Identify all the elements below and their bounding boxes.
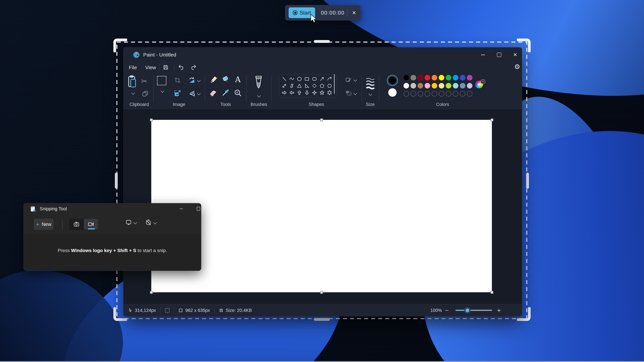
- empty-color-slot[interactable]: [418, 91, 423, 96]
- color1-selected[interactable]: [387, 75, 398, 86]
- rotate-dropdown-chevron[interactable]: [197, 78, 200, 82]
- cancel-recording-button[interactable]: ✕: [351, 10, 357, 16]
- paint-titlebar[interactable]: Paint - Untitled ✕: [124, 47, 522, 62]
- text-tool[interactable]: A: [234, 75, 242, 84]
- color-swatch[interactable]: [410, 75, 416, 80]
- empty-color-slot[interactable]: [446, 91, 451, 96]
- snip-mode-dropdown[interactable]: [125, 219, 136, 226]
- pencil-tool[interactable]: [210, 76, 218, 84]
- shape-pentagon-icon[interactable]: [318, 82, 326, 89]
- canvas-resize-handle-se[interactable]: [490, 291, 494, 294]
- brushes-button[interactable]: [255, 75, 263, 97]
- record-mode-button[interactable]: [84, 219, 98, 230]
- shape-five-point-star-icon[interactable]: [318, 89, 326, 96]
- paint-canvas[interactable]: [151, 120, 492, 292]
- empty-color-slot[interactable]: [432, 91, 437, 96]
- color-swatch[interactable]: [404, 83, 409, 88]
- rotate-button[interactable]: [188, 77, 200, 84]
- canvas-resize-handle-n[interactable]: [320, 118, 323, 121]
- shapes-scrollbar[interactable]: [334, 74, 335, 94]
- crop-button[interactable]: [174, 77, 181, 84]
- fill-tool[interactable]: [221, 76, 230, 84]
- save-button[interactable]: [161, 63, 170, 71]
- size-dropdown-chevron[interactable]: [368, 92, 372, 96]
- canvas-resize-handle-ne[interactable]: [490, 118, 494, 121]
- new-snip-button[interactable]: + New: [34, 219, 54, 230]
- shape-triangle-icon[interactable]: [296, 82, 303, 89]
- canvas-resize-handle-sw[interactable]: [150, 291, 153, 294]
- color-swatch[interactable]: [432, 75, 437, 80]
- shape-six-point-star-icon[interactable]: [326, 89, 334, 96]
- recording-region-top-handle[interactable]: [314, 40, 330, 43]
- color-swatch[interactable]: [432, 83, 437, 88]
- minimize-button[interactable]: [478, 51, 488, 59]
- color-swatch[interactable]: [418, 75, 423, 80]
- color-swatch[interactable]: [467, 75, 472, 80]
- screenshot-mode-button[interactable]: [70, 219, 84, 230]
- shape-four-point-star-icon[interactable]: [311, 89, 318, 96]
- cut-button[interactable]: ✂: [141, 77, 148, 85]
- undo-button[interactable]: [177, 63, 186, 71]
- color2-swatch[interactable]: [388, 88, 397, 97]
- snipping-titlebar[interactable]: Snipping Tool ✕: [24, 203, 201, 214]
- eraser-tool[interactable]: [209, 89, 218, 97]
- shape-rounded-rectangle-icon[interactable]: [311, 75, 318, 82]
- empty-color-slot[interactable]: [410, 91, 416, 96]
- color-swatch[interactable]: [404, 75, 409, 80]
- shape-oval-icon[interactable]: [296, 75, 303, 82]
- color-swatch[interactable]: [460, 75, 466, 80]
- recording-region-right-handle[interactable]: [526, 173, 529, 189]
- close-button[interactable]: ✕: [510, 51, 520, 59]
- brushes-dropdown-chevron[interactable]: [257, 94, 260, 97]
- shape-curve-icon[interactable]: [288, 75, 296, 82]
- menu-file[interactable]: File: [126, 64, 139, 71]
- resize-button[interactable]: [174, 90, 181, 97]
- eyedropper-tool[interactable]: [221, 89, 230, 97]
- size-button[interactable]: [365, 77, 375, 96]
- shape-fill-button[interactable]: [345, 90, 356, 97]
- copy-button[interactable]: [142, 90, 149, 97]
- zoom-slider-thumb[interactable]: [464, 307, 470, 314]
- shape-outline-button[interactable]: [345, 76, 356, 83]
- canvas-resize-handle-s[interactable]: [320, 291, 323, 294]
- shape-curved-arrow-icon[interactable]: [326, 75, 334, 82]
- maximize-button[interactable]: [494, 51, 504, 59]
- flip-button[interactable]: [188, 90, 200, 97]
- flip-dropdown-chevron[interactable]: [197, 91, 200, 95]
- paste-button[interactable]: [128, 75, 138, 100]
- shape-hexagon-icon[interactable]: [326, 82, 334, 89]
- color-swatch[interactable]: [460, 83, 466, 88]
- snipping-minimize-button[interactable]: [176, 205, 186, 213]
- shape-arrow-right-icon[interactable]: [280, 89, 288, 96]
- menu-view[interactable]: View: [143, 64, 158, 71]
- color-swatch[interactable]: [453, 75, 458, 80]
- magnifier-tool[interactable]: [234, 89, 242, 97]
- shape-right-triangle-icon[interactable]: [303, 82, 310, 89]
- empty-color-slot[interactable]: [404, 91, 409, 96]
- settings-button[interactable]: ⚙: [514, 63, 520, 70]
- color-swatch[interactable]: [425, 83, 430, 88]
- canvas-resize-handle-nw[interactable]: [150, 118, 153, 121]
- shape-arrow-up-icon[interactable]: [296, 89, 303, 96]
- paste-dropdown-chevron[interactable]: [131, 91, 135, 95]
- empty-color-slot[interactable]: [460, 91, 466, 96]
- shape-line-icon[interactable]: [280, 75, 288, 82]
- empty-color-slot[interactable]: [425, 91, 430, 96]
- delay-dropdown[interactable]: [145, 219, 156, 226]
- snipping-maximize-button[interactable]: [194, 205, 201, 213]
- shape-rectangle-icon[interactable]: [303, 75, 310, 82]
- shape-arrow-down-icon[interactable]: [303, 89, 310, 96]
- recording-region-left-handle[interactable]: [115, 173, 118, 189]
- zoom-out-button[interactable]: −: [445, 307, 448, 314]
- select-dropdown-chevron[interactable]: [160, 89, 164, 93]
- color-swatch[interactable]: [425, 75, 430, 80]
- empty-color-slot[interactable]: [439, 91, 444, 96]
- empty-color-slot[interactable]: [453, 91, 458, 96]
- shape-fill-chevron[interactable]: [354, 91, 357, 95]
- shape-arrow-up-right-icon[interactable]: [318, 75, 326, 82]
- empty-color-slot[interactable]: [467, 91, 472, 96]
- shape-arrow-left-icon[interactable]: [288, 89, 296, 96]
- shape-diamond-icon[interactable]: [311, 82, 318, 89]
- shape-two-way-arrow-icon[interactable]: [280, 82, 288, 89]
- color-swatch[interactable]: [467, 83, 472, 88]
